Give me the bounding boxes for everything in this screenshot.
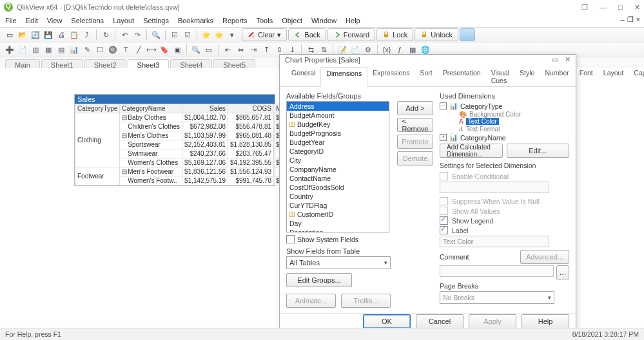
add-slider-icon[interactable]: ⟷	[146, 44, 157, 55]
expand-icon[interactable]: +	[440, 134, 447, 141]
field-item[interactable]: Country	[287, 192, 389, 201]
label-checkbox[interactable]	[440, 226, 448, 234]
search-icon[interactable]: 🔍	[150, 29, 162, 41]
menu-reports[interactable]: Reports	[222, 17, 248, 24]
menu-selections[interactable]: Selections	[71, 17, 104, 24]
bookmark-remove-icon[interactable]: ⭐	[213, 29, 225, 41]
forward-button[interactable]: Forward	[327, 28, 375, 41]
tab-style[interactable]: Style	[514, 67, 540, 86]
tab-dimensions[interactable]: Dimensions	[320, 67, 367, 87]
add-calculated-dimension-button[interactable]: Add Calculated Dimension...	[440, 144, 503, 158]
align-left-icon[interactable]: ⇤	[222, 44, 233, 55]
page-breaks-combo[interactable]: No Breaks ▾	[440, 291, 554, 304]
pivot-grid[interactable]: CategoryType CategoryName Sales COGS Mar…	[75, 104, 298, 185]
menu-window[interactable]: Window	[311, 17, 337, 24]
clear-button[interactable]: Clear ▾	[242, 28, 287, 41]
remove-button[interactable]: < Remove	[397, 118, 433, 132]
collapse-icon[interactable]: −	[440, 102, 447, 109]
add-text-icon[interactable]: T	[120, 44, 132, 55]
selections-icon[interactable]: ☑	[169, 29, 181, 41]
redo-icon[interactable]: ↷	[132, 29, 143, 41]
field-item[interactable]: ⚿BudgetKey	[287, 120, 389, 129]
trellis-button[interactable]: Trellis...	[341, 294, 391, 308]
field-item[interactable]: CurYTDFlag	[287, 201, 389, 210]
tab-layout[interactable]: Layout	[598, 67, 629, 86]
zoom-fit-icon[interactable]: ▭	[203, 44, 215, 55]
undo-icon[interactable]: ↶	[119, 29, 130, 41]
field-item[interactable]: CompanyName	[287, 165, 389, 174]
leaf-background-color[interactable]: 🎨 Background Color	[459, 111, 569, 118]
restore-secondary-icon[interactable]: ❐	[581, 3, 588, 12]
add-table-icon[interactable]: ▦	[43, 44, 54, 55]
add-bookmark-icon[interactable]: 🔖	[159, 44, 170, 55]
close-icon[interactable]: ✕	[634, 3, 640, 12]
refresh-icon[interactable]: 🔄	[30, 29, 41, 41]
menu-settings[interactable]: Settings	[143, 17, 169, 24]
tab-general[interactable]: General	[286, 67, 320, 86]
minimize-icon[interactable]: —	[600, 3, 607, 12]
tab-sort[interactable]: Sort	[415, 67, 437, 86]
open-icon[interactable]: 📂	[17, 29, 28, 41]
add-container-icon[interactable]: ▣	[171, 44, 183, 55]
col-cogs[interactable]: COGS	[228, 104, 274, 113]
mdi-close-icon[interactable]: ×	[636, 15, 640, 24]
menu-layout[interactable]: Layout	[113, 17, 134, 24]
menu-help[interactable]: Help	[346, 17, 360, 24]
field-item[interactable]: CategoryID	[287, 147, 389, 156]
used-dimensions-tree[interactable]: −📊 CategoryType 🎨 Background Color A Tex…	[440, 101, 569, 141]
menu-object[interactable]: Object	[282, 17, 302, 24]
promote-button[interactable]: Promote	[397, 135, 433, 149]
show-system-fields-checkbox[interactable]	[286, 235, 295, 243]
lock-button[interactable]: Lock	[376, 28, 413, 41]
field-item[interactable]: Description	[287, 228, 389, 232]
cancel-button[interactable]: Cancel	[416, 314, 463, 328]
tab-number[interactable]: Number	[540, 67, 574, 86]
sales-pivot-table[interactable]: Sales CategoryType CategoryName Sales CO…	[74, 94, 275, 186]
comment-ellipsis-button[interactable]: …	[556, 265, 569, 279]
col-sales[interactable]: Sales	[182, 104, 228, 113]
reload-icon[interactable]: ↻	[100, 29, 112, 41]
tab-visual-cues[interactable]: Visual Cues	[486, 67, 514, 86]
add-input-icon[interactable]: ✎	[81, 44, 93, 55]
mdi-restore-icon[interactable]: ❐	[627, 15, 634, 24]
advanced-button[interactable]: Advanced...	[520, 250, 569, 264]
tab-font[interactable]: Font	[574, 67, 598, 86]
dim-categorytype[interactable]: CategoryType	[460, 102, 502, 110]
field-item[interactable]: CostOfGoodsSold	[287, 183, 389, 192]
selections-prev-icon[interactable]: ☑	[182, 29, 193, 41]
tab-caption[interactable]: Caption	[629, 67, 644, 86]
add-button-icon[interactable]: 🔘	[107, 44, 119, 55]
add-sheet-icon[interactable]: ➕	[4, 44, 15, 55]
dialog-help-icon[interactable]: ▭	[552, 55, 558, 64]
maximize-icon[interactable]: □	[618, 3, 623, 12]
align-center-icon[interactable]: ⇔	[235, 44, 246, 55]
field-item[interactable]: BudgetAmount	[287, 111, 389, 120]
show-legend-checkbox[interactable]	[440, 216, 448, 225]
bookmark-add-icon[interactable]: ⭐	[200, 29, 212, 41]
menu-bookmarks[interactable]: Bookmarks	[178, 17, 213, 24]
zoom-in-icon[interactable]: 🔍	[190, 44, 202, 55]
save-icon[interactable]: 💾	[43, 29, 54, 41]
tables-combo[interactable]: All Tables ▾	[286, 256, 391, 269]
dim-categoryname[interactable]: CategoryName	[460, 134, 506, 142]
menu-file[interactable]: File	[5, 17, 17, 24]
menu-edit[interactable]: Edit	[26, 17, 38, 24]
tab-expressions[interactable]: Expressions	[367, 67, 415, 86]
animate-button[interactable]: Animate...	[286, 294, 336, 308]
comment-field[interactable]	[440, 265, 554, 277]
align-right-icon[interactable]: ⇥	[248, 44, 259, 55]
bookmark-list-icon[interactable]: ▾	[226, 29, 238, 41]
dialog-titlebar[interactable]: Chart Properties [Sales] ▭ ✕	[280, 55, 576, 64]
field-item[interactable]: BudgetYear	[287, 138, 389, 147]
add-mbox-icon[interactable]: ▤	[55, 44, 67, 55]
field-item[interactable]: ⚿CustomerID	[287, 210, 389, 219]
mdi-minimize-icon[interactable]: –	[620, 15, 624, 24]
field-item[interactable]: Address	[287, 102, 389, 111]
leaf-text-color[interactable]: A Text Color	[459, 118, 569, 125]
color-chip[interactable]	[460, 28, 475, 41]
leaf-text-format[interactable]: 𝑨 Text Format	[459, 125, 569, 133]
add-line-icon[interactable]: ╱	[133, 44, 144, 55]
menu-tools[interactable]: Tools	[256, 17, 273, 24]
add-list-icon[interactable]: ▥	[30, 44, 41, 55]
print2-icon[interactable]: 📋	[68, 29, 80, 41]
